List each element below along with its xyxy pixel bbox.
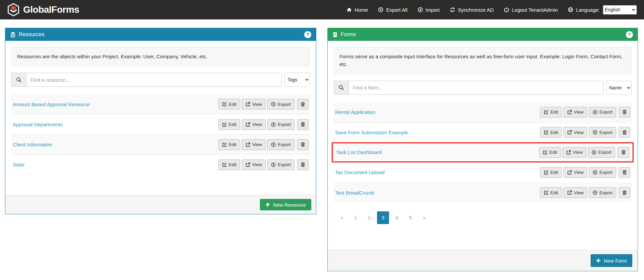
edit-button[interactable]: Edit <box>540 167 562 178</box>
forms-list: Rental Application Edit View Export <box>334 102 632 203</box>
resource-search-input[interactable] <box>26 73 282 87</box>
help-icon[interactable]: ? <box>626 31 633 38</box>
list-item: Rental Application Edit View Export <box>334 102 632 122</box>
edit-icon <box>544 130 548 135</box>
edit-button[interactable]: Edit <box>218 139 240 150</box>
export-button[interactable]: Export <box>589 187 616 198</box>
export-button[interactable]: Export <box>589 107 616 118</box>
nav-language: Language: English <box>568 5 637 14</box>
edit-icon <box>543 150 547 155</box>
row-actions: Edit View Export <box>218 99 309 110</box>
view-button[interactable]: View <box>242 159 266 170</box>
delete-button[interactable] <box>297 119 309 130</box>
delete-button[interactable] <box>297 99 309 110</box>
edit-button[interactable]: Edit <box>540 127 562 138</box>
export-button[interactable]: Export <box>588 147 615 158</box>
form-search-input[interactable] <box>348 81 603 95</box>
delete-button[interactable] <box>618 147 629 158</box>
form-filter-select[interactable]: Name <box>606 81 632 95</box>
edit-icon <box>544 190 548 195</box>
resources-list: Amount Based Approval Resource Edit View… <box>11 94 310 174</box>
row-actions: Edit View Export <box>540 127 630 138</box>
item-link[interactable]: Amount Based Approval Resource <box>13 101 90 107</box>
edit-button[interactable]: Edit <box>540 107 562 118</box>
new-resource-button[interactable]: New Resource <box>260 199 311 210</box>
export-button[interactable]: Export <box>589 127 616 138</box>
view-button[interactable]: View <box>564 127 587 138</box>
view-button[interactable]: View <box>562 147 586 158</box>
form-file-icon <box>332 32 338 38</box>
view-button[interactable]: View <box>242 99 266 110</box>
database-icon <box>10 32 16 38</box>
export-button[interactable]: Export <box>589 167 616 178</box>
resource-filter-select[interactable]: Tags <box>284 73 310 87</box>
item-link[interactable]: State <box>13 162 24 167</box>
forms-panel-body: Forms serve as a composite input interfa… <box>328 41 638 250</box>
item-link[interactable]: Save Form Submission Example <box>335 130 408 135</box>
download-circle-icon <box>271 102 276 107</box>
export-button[interactable]: Export <box>267 139 294 150</box>
view-button[interactable]: View <box>564 107 587 118</box>
new-form-button[interactable]: New Form <box>591 254 632 267</box>
edit-button[interactable]: Edit <box>539 147 561 158</box>
export-button[interactable]: Export <box>267 119 294 130</box>
page-2[interactable]: 2 <box>363 211 375 224</box>
external-link-icon <box>246 102 250 107</box>
view-button[interactable]: View <box>242 119 266 130</box>
forms-panel-header: Forms ? <box>328 28 638 41</box>
item-link[interactable]: Test BreadCrumb <box>335 190 374 196</box>
download-circle-icon <box>271 122 276 127</box>
nav-export-all[interactable]: Export All <box>378 7 407 13</box>
power-icon <box>504 7 509 12</box>
trash-icon <box>622 190 627 195</box>
resources-panel-footer: New Resource <box>5 195 316 214</box>
edit-button[interactable]: Edit <box>218 159 240 170</box>
search-icon <box>338 85 344 90</box>
delete-button[interactable] <box>619 187 630 198</box>
page-4[interactable]: 4 <box>391 211 403 224</box>
item-link[interactable]: Rental Application <box>335 109 375 115</box>
edit-button[interactable]: Edit <box>540 187 562 198</box>
item-link[interactable]: Tax Document Upload <box>335 169 385 175</box>
page-5[interactable]: 5 <box>405 211 417 224</box>
external-link-icon <box>567 190 572 195</box>
external-link-icon <box>567 130 572 135</box>
delete-button[interactable] <box>619 167 630 178</box>
export-button[interactable]: Export <box>267 159 294 170</box>
edit-button[interactable]: Edit <box>218 99 240 110</box>
delete-button[interactable] <box>297 159 309 170</box>
external-link-icon <box>566 150 571 155</box>
view-button[interactable]: View <box>564 187 587 198</box>
view-button[interactable]: View <box>564 167 587 178</box>
page-1[interactable]: 1 <box>350 211 362 224</box>
edit-icon <box>222 122 227 127</box>
delete-button[interactable] <box>619 107 630 118</box>
delete-button[interactable] <box>297 139 309 150</box>
brand[interactable]: GlobalForms <box>7 3 79 16</box>
trash-icon <box>301 122 305 127</box>
nav-home[interactable]: Home <box>346 7 368 13</box>
external-link-icon <box>246 142 250 147</box>
resources-panel-title: Resources <box>19 31 44 38</box>
export-button[interactable]: Export <box>267 99 294 110</box>
nav-synchronize-ad[interactable]: Synchronize AD <box>450 7 494 13</box>
item-link[interactable]: Task List Dashboard <box>336 149 382 155</box>
help-icon[interactable]: ? <box>304 31 311 38</box>
list-item: Test BreadCrumb Edit View Export <box>334 183 632 203</box>
item-link[interactable]: Approval Departments <box>13 122 63 127</box>
external-link-icon <box>246 122 250 127</box>
view-button[interactable]: View <box>242 139 266 150</box>
nav-logout[interactable]: Logout TenantAdmin <box>504 7 558 13</box>
language-select[interactable]: English <box>603 5 637 14</box>
page-prev[interactable]: « <box>336 211 348 224</box>
nav-import[interactable]: Import <box>418 7 440 13</box>
trash-icon <box>622 130 627 135</box>
delete-button[interactable] <box>619 127 630 138</box>
edit-button[interactable]: Edit <box>218 119 240 130</box>
row-actions: Edit View Export <box>540 187 630 198</box>
download-circle-icon <box>592 150 596 155</box>
external-link-icon <box>567 110 572 115</box>
item-link[interactable]: Client Information <box>13 142 52 147</box>
page-next[interactable]: » <box>418 211 430 224</box>
page-3[interactable]: 3 <box>377 211 389 224</box>
